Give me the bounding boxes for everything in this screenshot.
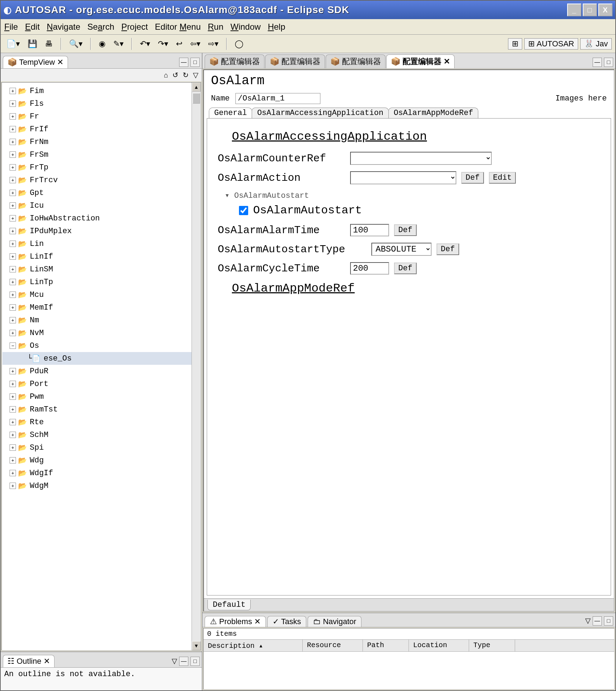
scroll-track[interactable] (192, 92, 201, 641)
cycle-time-input[interactable] (350, 262, 389, 275)
tree-item[interactable]: +📂WdgM (2, 479, 200, 492)
expand-icon[interactable]: + (10, 330, 16, 336)
expand-icon[interactable]: + (10, 432, 16, 438)
help-button[interactable]: ◯ (233, 39, 246, 49)
menu-icon[interactable]: ▽ (193, 71, 198, 79)
tree-item[interactable]: +📂FrTrcv (2, 174, 200, 186)
subtab-accessing-app[interactable]: OsAlarmAccessingApplication (252, 108, 388, 118)
minimize-editor-button[interactable]: — (593, 58, 602, 67)
tree-item[interactable]: +📂Fim (2, 85, 200, 97)
close-icon[interactable]: ✕ (44, 657, 50, 666)
tree-view[interactable]: +📂Fim+📂Fls+📂Fr+📂FrIf+📂FrNm+📂FrSm+📂FrTp+📂… (1, 82, 201, 651)
tree-item[interactable]: +📂FrIf (2, 123, 200, 136)
tree-item[interactable]: −📂Os (2, 339, 200, 352)
navigator-tab[interactable]: 🗀Navigator (308, 616, 361, 627)
action-def-button[interactable]: Def (461, 172, 484, 184)
expand-icon[interactable]: + (10, 190, 16, 196)
tree-item[interactable]: +📂Icu (2, 199, 200, 212)
expand-icon[interactable]: + (10, 457, 16, 463)
cycle-time-def-button[interactable]: Def (394, 263, 417, 274)
tree-item[interactable]: +📂LinIf (2, 250, 200, 263)
expand-icon[interactable]: + (10, 113, 16, 120)
expand-icon[interactable]: + (10, 253, 16, 260)
home-icon[interactable]: ⌂ (164, 71, 168, 79)
fwd-icon[interactable]: ↻ (183, 71, 189, 79)
subtab-appmoderef[interactable]: OsAlarmAppModeRef (388, 108, 478, 118)
expand-icon[interactable]: + (10, 317, 16, 323)
expand-icon[interactable]: + (10, 241, 16, 247)
expand-icon[interactable]: + (10, 215, 16, 221)
expand-icon[interactable]: + (10, 470, 16, 476)
editor-tab-3[interactable]: 📦配置编辑器 (326, 54, 386, 68)
menu-help[interactable]: Help (268, 22, 285, 32)
tree-child-item[interactable]: └ 📄ese_Os (2, 352, 200, 365)
tree-item[interactable]: +📂Fls (2, 97, 200, 110)
expand-icon[interactable]: + (10, 151, 16, 158)
menu-icon[interactable]: ▽ (172, 657, 177, 666)
back-button[interactable]: ⇦▾ (188, 39, 203, 49)
expand-icon[interactable]: + (10, 368, 16, 374)
expand-icon[interactable]: + (10, 406, 16, 413)
collapse-icon[interactable]: − (10, 342, 16, 349)
expand-icon[interactable]: + (10, 266, 16, 272)
close-icon[interactable]: ✕ (254, 617, 261, 626)
action-select[interactable] (350, 171, 456, 184)
menu-navigate[interactable]: Navigate (47, 22, 80, 32)
tree-item[interactable]: +📂RamTst (2, 403, 200, 416)
tree-item[interactable]: +📂Rte (2, 416, 200, 428)
col-type[interactable]: Type (469, 640, 515, 651)
name-input[interactable] (235, 93, 320, 104)
menu-editor[interactable]: Editor Menu (155, 22, 201, 32)
col-resource[interactable]: Resource (303, 640, 363, 651)
tree-item[interactable]: +📂LinSM (2, 263, 200, 276)
tree-item[interactable]: +📂Port (2, 378, 200, 390)
expand-icon[interactable]: + (10, 304, 16, 311)
tree-item[interactable]: +📂Mcu (2, 288, 200, 301)
toggle-button[interactable]: ◉ (97, 39, 108, 49)
expand-icon[interactable]: + (10, 228, 16, 234)
expand-icon[interactable]: + (10, 444, 16, 451)
editor-tab-1[interactable]: 📦配置编辑器 (205, 54, 264, 68)
autostart-checkbox[interactable] (239, 206, 248, 215)
close-button[interactable]: X (598, 4, 612, 16)
expand-icon[interactable]: + (10, 483, 16, 489)
editor-tab-2[interactable]: 📦配置编辑器 (265, 54, 325, 68)
maximize-view-button[interactable]: □ (190, 657, 200, 666)
col-description[interactable]: Description ▴ (204, 640, 303, 651)
scroll-up-button[interactable]: ▲ (192, 82, 201, 92)
tree-item[interactable]: +📂Gpt (2, 186, 200, 199)
nav-b-button[interactable]: ↷▾ (156, 39, 170, 49)
expand-icon[interactable]: + (10, 164, 16, 171)
tree-item[interactable]: +📂PduR (2, 365, 200, 378)
tree-item[interactable]: +📂Lin (2, 237, 200, 250)
tree-item[interactable]: +📂Fr (2, 110, 200, 123)
menu-icon[interactable]: ▽ (585, 616, 591, 626)
tree-item[interactable]: +📂NvM (2, 327, 200, 339)
col-path[interactable]: Path (363, 640, 409, 651)
subtab-general[interactable]: General (209, 108, 252, 118)
menu-window[interactable]: Window (230, 22, 261, 32)
fwd-button[interactable]: ⇨▾ (206, 39, 221, 49)
maximize-view-button[interactable]: □ (604, 616, 613, 626)
action-edit-button[interactable]: Edit (489, 172, 516, 184)
tree-item[interactable]: +📂FrNm (2, 136, 200, 148)
maximize-button[interactable]: □ (583, 4, 597, 16)
expand-icon[interactable]: + (10, 88, 16, 94)
tempview-tab[interactable]: 📦 TempView ✕ (3, 56, 68, 68)
expand-icon[interactable]: + (10, 381, 16, 387)
minimize-view-button[interactable]: — (179, 58, 188, 67)
outline-tab[interactable]: ☷ Outline ✕ (3, 655, 55, 667)
autosar-perspective[interactable]: ⊞ AUTOSAR (524, 38, 578, 50)
back-icon[interactable]: ↺ (172, 71, 178, 79)
maximize-editor-button[interactable]: □ (604, 58, 613, 67)
counter-ref-select[interactable] (350, 152, 492, 165)
expand-icon[interactable]: + (10, 419, 16, 425)
expand-icon[interactable]: + (10, 126, 16, 132)
nav-c-button[interactable]: ↩ (174, 39, 184, 49)
tree-item[interactable]: +📂SchM (2, 428, 200, 441)
tree-item[interactable]: +📂Nm (2, 314, 200, 327)
search-button[interactable]: 🔍▾ (67, 39, 85, 49)
close-icon[interactable]: ✕ (57, 58, 63, 67)
tree-item[interactable]: +📂WdgIf (2, 467, 200, 479)
nav-a-button[interactable]: ↶▾ (138, 39, 152, 49)
